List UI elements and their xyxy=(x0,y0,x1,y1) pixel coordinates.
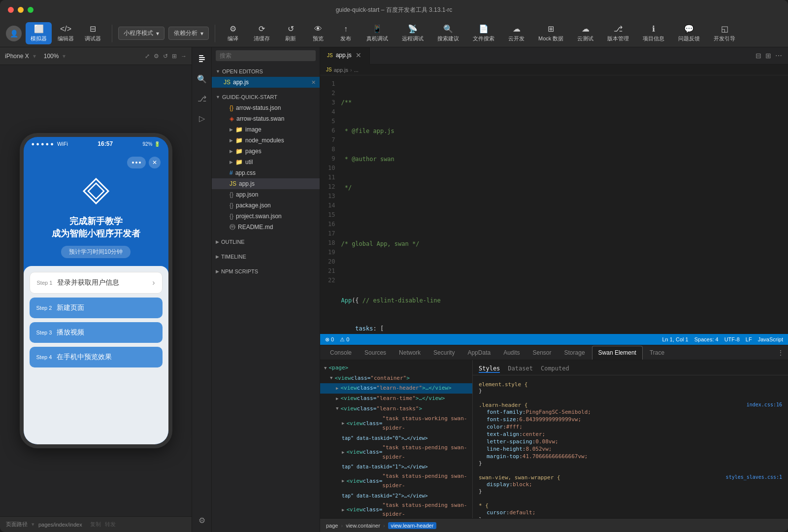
debugger-toggle[interactable]: ⊟ 调试器 xyxy=(80,22,106,44)
version-mgmt-button[interactable]: ⎇ 版本管理 xyxy=(602,22,634,44)
phone-menu-button[interactable] xyxy=(127,157,146,168)
activity-search-icon[interactable]: 🔍 xyxy=(194,71,210,87)
minimize-button[interactable] xyxy=(18,7,24,13)
refresh-button[interactable]: ↺ 刷新 xyxy=(279,22,302,44)
cache-button[interactable]: ⟳ 清缓存 xyxy=(249,22,275,44)
compile-button[interactable]: ⚙ 编译 xyxy=(221,22,245,44)
share-action[interactable]: 转发 xyxy=(105,521,116,528)
path-container[interactable]: view.container xyxy=(346,523,380,529)
cloud-test-button[interactable]: ☁ 云测试 xyxy=(572,22,598,44)
file-search-button[interactable]: 📄 文件搜索 xyxy=(468,22,499,44)
folder-node-modules[interactable]: ▶ 📁 node_modules xyxy=(212,135,320,146)
npm-header[interactable]: ▶ NPM SCRIPTS xyxy=(212,266,320,277)
devtools-more-icon[interactable]: ⋮ xyxy=(777,349,784,357)
file-app-js[interactable]: JS app.js xyxy=(212,178,320,189)
tab-security[interactable]: Security xyxy=(427,346,460,360)
tab-appdata[interactable]: AppData xyxy=(461,346,496,360)
file-project-swan-json[interactable]: {} project.swan.json xyxy=(212,211,320,222)
cloud-dev-button[interactable]: ☁ 云开发 xyxy=(503,22,529,44)
project-info-button[interactable]: ℹ 项目信息 xyxy=(638,22,669,44)
activity-settings-icon[interactable]: ⚙ xyxy=(194,512,210,528)
tab-network[interactable]: Network xyxy=(393,346,427,360)
dom-line-task-0[interactable]: ▶ <view class="task status-working swan-… xyxy=(320,414,472,433)
device-select[interactable]: iPhone X xyxy=(5,53,29,60)
timeline-header[interactable]: ▶ TIMELINE xyxy=(212,251,320,262)
styles-tab-dataset[interactable]: Dataset xyxy=(508,365,533,373)
tab-sources[interactable]: Sources xyxy=(359,346,392,360)
path-current[interactable]: view.learn-header xyxy=(388,522,437,529)
step-4-item[interactable]: Step 4 在手机中预览效果 xyxy=(30,347,163,367)
file-arrow-swan[interactable]: ◈ arrow-status.swan xyxy=(212,113,320,124)
user-avatar[interactable]: 👤 xyxy=(6,26,22,41)
dom-line-task-2-cont[interactable]: tap" data-taskid="2">…</view> xyxy=(320,491,472,500)
editor-layout-icon[interactable]: ⊞ xyxy=(765,52,771,60)
close-file-icon[interactable]: ✕ xyxy=(311,79,316,86)
remote-debug-button[interactable]: 📡 远程调试 xyxy=(397,22,428,44)
dom-line-learn-header[interactable]: ▶ <view class="learn-header">…</view> xyxy=(320,383,472,394)
dom-line-page[interactable]: ▼ <page> xyxy=(320,363,472,373)
dev-guide-button[interactable]: ◱ 开发引导 xyxy=(709,22,740,44)
preview-button[interactable]: 👁 预览 xyxy=(306,23,330,44)
rotate-icon[interactable]: ⤢ xyxy=(145,53,150,60)
path-page[interactable]: page xyxy=(326,523,338,529)
activity-files-icon[interactable] xyxy=(194,51,210,67)
problem-feedback-button[interactable]: 💬 问题反馈 xyxy=(673,22,705,44)
project-header[interactable]: ▼ GUIDE-QUICK-START xyxy=(212,92,320,102)
swan-view-source[interactable]: styles_slaves.css:1 xyxy=(726,474,782,480)
mode-selector[interactable]: 小程序模式 ▾ xyxy=(118,27,164,40)
folder-util[interactable]: ▶ 📁 util xyxy=(212,157,320,167)
dom-line-container[interactable]: ▼ <view class="container"> xyxy=(320,373,472,384)
editor-toggle[interactable]: </> 编辑器 xyxy=(53,23,79,44)
refresh-sim-icon[interactable]: ↺ xyxy=(163,53,168,60)
file-app-css[interactable]: # app.css xyxy=(212,167,320,178)
file-package-json[interactable]: {} package.json xyxy=(212,200,320,211)
tab-sensor[interactable]: Sensor xyxy=(527,346,558,360)
file-arrow-json[interactable]: {} arrow-status.json xyxy=(212,102,320,113)
settings-icon[interactable]: ⚙ xyxy=(154,53,159,60)
styles-tab-styles[interactable]: Styles xyxy=(479,365,500,373)
split-editor-icon[interactable]: ⊟ xyxy=(755,52,761,60)
search-suggest-button[interactable]: 🔍 搜索建议 xyxy=(432,22,464,44)
deps-selector[interactable]: 依赖分析 ▾ xyxy=(168,27,209,40)
dom-line-learn-tasks[interactable]: ▼ <view class="learn-tasks"> xyxy=(320,404,472,414)
open-file-appjs[interactable]: JS app.js ✕ xyxy=(212,77,320,88)
tab-swan-element[interactable]: Swan Element xyxy=(592,346,643,360)
real-debug-button[interactable]: 📱 真机调试 xyxy=(361,22,393,44)
explorer-search-input[interactable] xyxy=(216,50,316,61)
step-1-item[interactable]: Step 1 登录并获取用户信息 › xyxy=(30,272,163,294)
activity-debug-icon[interactable]: ▷ xyxy=(194,110,210,126)
dom-line-task-3[interactable]: ▶ <view class="task status-pending swan-… xyxy=(320,500,472,518)
styles-tab-computed[interactable]: Computed xyxy=(541,365,569,373)
copy-url-icon[interactable]: ⊞ xyxy=(172,53,177,60)
language-info[interactable]: JavaScript xyxy=(758,336,783,342)
dom-line-task-1[interactable]: ▶ <view class="task status-pending swan-… xyxy=(320,443,472,462)
tab-console[interactable]: Console xyxy=(324,346,358,360)
navigate-icon[interactable]: → xyxy=(181,53,187,60)
code-editor[interactable]: 12345 678910 1112131415 1617181920 2122 … xyxy=(320,75,788,334)
folder-image[interactable]: ▶ 📁 image xyxy=(212,124,320,135)
step-2-item[interactable]: Step 2 新建页面 xyxy=(30,298,163,318)
phone-close-button[interactable]: ✕ xyxy=(149,157,161,168)
maximize-button[interactable] xyxy=(28,7,33,13)
dom-line-learn-time[interactable]: ▶ <view class="learn-time">…</view> xyxy=(320,394,472,404)
folder-pages[interactable]: ▶ 📁 pages xyxy=(212,146,320,157)
dom-line-task-2[interactable]: ▶ <view class="task status-pending swan-… xyxy=(320,471,472,491)
more-actions-icon[interactable]: ⋯ xyxy=(775,52,782,60)
outline-header[interactable]: ▶ OUTLINE xyxy=(212,236,320,247)
tab-app-js[interactable]: JS app.js ✕ xyxy=(320,47,370,65)
dom-line-task-0-cont[interactable]: tap" data-taskid="0">…</view> xyxy=(320,433,472,443)
open-editors-header[interactable]: ▼ OPEN EDITORS xyxy=(212,66,320,77)
learn-header-source[interactable]: index.css:16 xyxy=(747,402,782,407)
tab-audits[interactable]: Audits xyxy=(497,346,525,360)
compile-action[interactable]: 复制 xyxy=(90,521,101,528)
dom-line-task-1-cont[interactable]: tap" data-taskid="1">…</view> xyxy=(320,462,472,471)
mock-button[interactable]: ⊞ Mock 数据 xyxy=(533,22,568,44)
tab-storage[interactable]: Storage xyxy=(558,346,591,360)
tab-trace[interactable]: Trace xyxy=(644,346,670,360)
close-button[interactable] xyxy=(8,7,14,13)
publish-button[interactable]: ↑ 发布 xyxy=(334,23,358,44)
file-readme-md[interactable]: ⓜ README.md xyxy=(212,222,320,233)
step-3-item[interactable]: Step 3 播放视频 xyxy=(30,322,163,343)
file-app-json[interactable]: {} app.json xyxy=(212,189,320,200)
simulator-toggle[interactable]: ⬜ 模拟器 xyxy=(26,22,52,44)
